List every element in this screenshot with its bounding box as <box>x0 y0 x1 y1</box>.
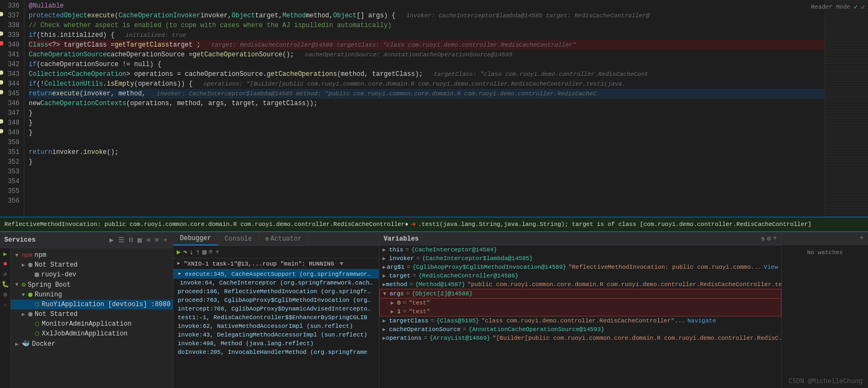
tree-item-running[interactable]: ▼ Running <box>11 290 173 300</box>
var-name-method: method <box>386 281 407 288</box>
stack-item-4[interactable]: intercept:708, CglibAopProxy$DynamicAdvi… <box>173 305 379 313</box>
debug-tabs: Debugger Console ⚙ Actuator <box>173 232 379 246</box>
watches-panel: + No watches <box>781 232 868 388</box>
tree-item-monitor[interactable]: ⬡ MonitorAdminApplication <box>11 319 173 329</box>
var-val-cacheopsrc: {AnnotationCacheOperationSource@14593} <box>469 326 605 333</box>
code-line-345: return execute (invoker, method, invoker… <box>29 89 825 99</box>
code-line-349: } <box>29 128 825 138</box>
stack-text-3: proceed:763, CglibAopProxy$CglibMethodIn… <box>178 297 374 303</box>
spring-boot-icon: ⚙ <box>22 281 25 289</box>
stack-item-9[interactable]: doInvoke:205, InvocableHandlerMethod (or… <box>173 348 379 357</box>
var-row-cacheopsrc[interactable]: ▶ cacheOperationSource = {AnnotationCach… <box>379 325 781 334</box>
code-line-341: CacheOperationSource cacheOperationSourc… <box>29 50 825 60</box>
actuator-label: Actuator <box>270 235 302 243</box>
toolbar-collapse-icon[interactable]: ⊟ <box>128 235 134 245</box>
tree-item-spring-boot[interactable]: ▼ ⚙ Spring Boot <box>11 280 173 290</box>
services-header: Services ▶ ☰ ⊟ ▦ ⊲ ≡ + <box>0 232 173 248</box>
stack-item-8[interactable]: invoke:498, Method (java.lang.reflect) <box>173 339 379 348</box>
tree-item-docker[interactable]: ▶ 🐳 Docker <box>11 339 173 349</box>
vars-sort-icon[interactable]: ⇅ <box>761 235 765 243</box>
toolbar-grid-icon[interactable]: ▦ <box>137 235 143 245</box>
var-row-args-1[interactable]: ▶ 1 = "test" <box>379 307 781 316</box>
tree-arrow-not-started-2: ▶ <box>22 311 28 318</box>
var-row-this[interactable]: ▶ this = {CacheInterceptor@14584} <box>379 245 781 254</box>
vars-settings-icon[interactable]: ⚙ <box>767 235 771 243</box>
var-name-this: this <box>389 247 403 253</box>
var-name-args: args <box>390 290 404 297</box>
debug-frames-btn[interactable]: ▦ <box>202 248 206 256</box>
var-name-cacheopsrc: cacheOperationSource <box>389 326 461 333</box>
not-started-2-dot <box>28 312 33 316</box>
var-val-targetclass: {Class@5195} <box>436 318 479 324</box>
debug-step-out-btn[interactable]: ↑ <box>196 248 200 256</box>
minimap <box>825 0 868 217</box>
debug-add-btn[interactable]: + <box>215 248 219 256</box>
debug-step-into-btn[interactable]: ↓ <box>190 248 194 256</box>
var-navigate-targetclass[interactable]: Navigate <box>688 318 716 324</box>
tab-actuator[interactable]: ⚙ Actuator <box>259 233 309 245</box>
var-row-targetclass[interactable]: ▶ targetClass = {Class@5195} "class com.… <box>379 316 781 325</box>
stack-item-5[interactable]: test1:-1, RedisCacheController$$Enhancer… <box>173 313 379 322</box>
var-row-args[interactable]: ▼ args = {Object[2]@14588} <box>379 289 781 299</box>
debug-thread-label: ➤ "XNIO-1 task-1"@13,...roup "main": RUN… <box>173 258 379 269</box>
var-name-args-0: 0 <box>397 300 401 306</box>
var-row-arg1[interactable]: ▶ arg$1 = {CglibAopProxy$CglibMethodInvo… <box>379 263 781 271</box>
stack-item-7[interactable]: invoke:43, DelegatingMethodAccessorImpl … <box>173 331 379 339</box>
var-row-target[interactable]: ▶ target = {RedisCacheController@14586} <box>379 271 781 280</box>
sidebar-run-btn[interactable]: ▶ <box>3 250 7 257</box>
var-name-targetclass: targetClass <box>389 318 429 324</box>
vars-toolbar: ⇅ ⚙ + <box>761 235 777 243</box>
expand-arrow-target: ▶ <box>383 273 389 279</box>
debug-resume-btn[interactable]: ▶ <box>177 248 181 256</box>
var-eq-invoker: = <box>416 255 420 262</box>
sidebar-restart-btn[interactable]: ↺ <box>3 270 7 277</box>
toolbar-list-icon[interactable]: ☰ <box>117 235 126 245</box>
services-toolbar: ▶ ☰ ⊟ ▦ ⊲ ≡ + <box>108 235 169 245</box>
toolbar-add-icon[interactable]: + <box>162 235 169 245</box>
sidebar-settings-btn[interactable]: ⚙ <box>3 291 7 298</box>
sidebar-stop-btn[interactable]: ■ <box>3 261 7 267</box>
sidebar-debug-btn[interactable]: 🐛 <box>2 281 9 288</box>
var-eq-args-1: = <box>403 308 407 315</box>
var-val-invoker: {CacheInterceptor$lambda@14585} <box>422 255 533 262</box>
tree-item-npm[interactable]: ▼ npm npm <box>11 250 173 260</box>
debug-step-over-btn[interactable]: ↷ <box>183 248 187 256</box>
debug-more-btn[interactable]: ≡ <box>209 248 213 256</box>
code-line-338: // Check whether aspect is enabled (to c… <box>29 21 825 30</box>
var-row-method[interactable]: ▶ method = {Method@14587} "public com.ru… <box>379 280 781 289</box>
tree-item-ruoyi-dev[interactable]: ruoyi-dev <box>11 270 173 280</box>
var-view-arg1[interactable]: View <box>764 264 778 270</box>
code-line-348: } <box>29 118 825 128</box>
stack-item-6[interactable]: invoke:62, NativeMethodAccessorImpl (sun… <box>173 322 379 331</box>
tab-debugger[interactable]: Debugger <box>173 232 218 245</box>
var-val-method: {Method@14587} <box>415 281 465 288</box>
sidebar-bookmark-btn[interactable]: ☆ <box>3 301 7 308</box>
toolbar-run-icon[interactable]: ▶ <box>108 235 115 245</box>
stack-item-2[interactable]: proceed:186, ReflectiveMethodInvocation … <box>173 287 379 296</box>
tree-item-not-started-1[interactable]: ▶ Not Started <box>11 260 173 270</box>
var-row-operations[interactable]: ▶ operations = {ArrayList@14669} "[Build… <box>379 334 781 342</box>
toolbar-filter-icon[interactable]: ⊲ <box>145 235 152 245</box>
var-row-invoker[interactable]: ▶ invoker = {CacheInterceptor$lambda@145… <box>379 254 781 263</box>
watches-add-icon[interactable]: + <box>860 235 864 242</box>
stack-text-9: doInvoke:205, InvocableHandlerMethod (or… <box>178 349 367 355</box>
tab-console[interactable]: Console <box>218 233 259 245</box>
thread-filter-icon[interactable]: ▼ <box>340 261 344 267</box>
stack-item-0[interactable]: ➤ execute:345, CacheAspectSupport (org.s… <box>173 269 379 279</box>
stack-item-3[interactable]: proceed:763, CglibAopProxy$CglibMethodIn… <box>173 296 379 305</box>
tree-item-xxljob[interactable]: ⬡ XxlJobAdminApplication <box>11 329 173 339</box>
var-row-args-0[interactable]: ▶ 0 = "test" <box>379 299 781 307</box>
var-val-arg1: {CglibAopProxy$CglibMethodInvocation@145… <box>412 264 566 270</box>
toolbar-more-icon[interactable]: ≡ <box>153 235 160 245</box>
code-line-336: @Nullable <box>29 1 825 11</box>
stack-item-1[interactable]: invoke:64, CacheInterceptor (org.springf… <box>173 279 379 287</box>
code-editor: 336 337 338 339 340 341 342 343 344 345 <box>0 0 868 217</box>
code-line-337: protected Object execute ( CacheOperatio… <box>29 11 825 21</box>
var-val-target: {RedisCacheController@14586} <box>418 273 519 279</box>
vars-add-icon[interactable]: + <box>773 235 777 243</box>
vars-panel: Variables ⇅ ⚙ + ▶ this = {CacheIntercept… <box>379 232 781 388</box>
tree-item-ruoyiapp[interactable]: ⬡ RuoYiApplication [devtools] :8080 <box>11 300 173 309</box>
code-line-344: if (! CollectionUtils . isEmpty ( operat… <box>29 79 825 89</box>
tree-item-not-started-2[interactable]: ▶ Not Started <box>11 309 173 319</box>
vars-title: Variables <box>384 235 419 243</box>
